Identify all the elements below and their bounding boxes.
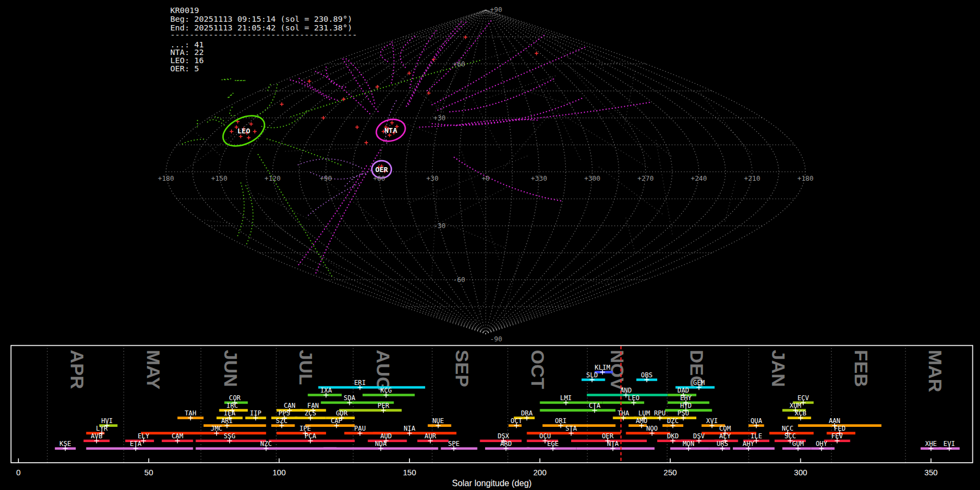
meteor-trail-NTA xyxy=(299,164,368,265)
shower-label-PSU: PSU xyxy=(677,409,689,417)
shower-label-KCG: KCG xyxy=(380,387,391,394)
shower-label-DZC: DZC xyxy=(667,417,678,425)
shower-label-SSG: SSG xyxy=(224,432,235,440)
shower-label-EGE: EGE xyxy=(547,440,559,448)
shower-label-MON: MON xyxy=(683,440,694,448)
meteor-trail-sporadic xyxy=(430,28,482,122)
shower-label-PPS: PPS xyxy=(279,409,290,417)
meteor-trail-sporadic xyxy=(432,187,437,279)
grid-meridian xyxy=(486,10,805,334)
lat-label: -90 xyxy=(490,335,502,343)
meteor-trail-NTA xyxy=(316,71,371,114)
shower-label-ILE: ILE xyxy=(750,432,762,440)
shower-label-CAP: CAP xyxy=(330,417,342,425)
shower-label-IEA: IEA xyxy=(224,409,235,417)
meteor-trail-LEO xyxy=(222,79,231,80)
grid-meridian xyxy=(486,10,646,334)
shower-label-TAH: TAH xyxy=(185,409,196,417)
shower-label-IPE: IPE xyxy=(299,425,311,432)
radiant-point xyxy=(535,52,538,56)
timeline-content: APRMAYJUNJULAUGSEPOCTNOVDECJANFEBMARKLIM… xyxy=(11,346,972,477)
shower-label-OCT: OCT xyxy=(511,417,522,425)
shower-label-LYR: LYR xyxy=(96,425,108,432)
meteor-trail-sporadic xyxy=(504,117,547,168)
shower-label-DKD: DKD xyxy=(667,432,678,440)
meteor-trail-sporadic xyxy=(310,72,317,74)
shower-label-OCU: OCU xyxy=(540,432,551,440)
x-tick-label: 300 xyxy=(794,468,807,477)
grid-meridian xyxy=(379,10,486,334)
shower-label-PCA: PCA xyxy=(304,432,316,440)
radiant-point xyxy=(427,91,431,95)
shower-label-URS: URS xyxy=(716,440,728,448)
meteor-trail-sporadic xyxy=(196,133,219,155)
shower-label-ARD: ARD xyxy=(500,440,512,448)
grid-meridian xyxy=(246,10,486,334)
shower-label-AUR: AUR xyxy=(425,432,437,440)
shower-label-IRC: IRC xyxy=(226,402,238,409)
shower-label-CTA: CTA xyxy=(589,402,601,409)
shower-label-ETA: ETA xyxy=(130,440,142,448)
lon-label: +90 xyxy=(320,174,332,182)
shower-label-LMI: LMI xyxy=(560,394,572,402)
radiant-point xyxy=(464,35,468,39)
shower-label-NOO: NOO xyxy=(646,425,658,432)
shower-label-NIA: NIA xyxy=(403,425,415,432)
radiant-activity-plot: LEONTAOER +180+150+120+90+60+30+0+330+30… xyxy=(0,0,980,490)
shower-label-ALY: ALY xyxy=(719,432,731,440)
lon-label: +150 xyxy=(211,174,228,182)
meteor-trail-LEO xyxy=(182,139,206,144)
x-tick-label: 250 xyxy=(664,468,677,477)
lat-label: -60 xyxy=(453,275,465,284)
meteor-trail-OER xyxy=(345,174,368,186)
sky-map: LEONTAOER +180+150+120+90+60+30+0+330+30… xyxy=(158,5,813,343)
meteor-trail-NTA xyxy=(431,35,544,105)
radiant-point xyxy=(239,134,243,138)
shower-label-STA: STA xyxy=(565,425,577,432)
shower-label-SCC: SCC xyxy=(785,432,796,440)
meteor-trail-LEO xyxy=(230,107,236,116)
lat-label: +60 xyxy=(453,60,465,68)
shower-label-IIP: IIP xyxy=(250,409,261,417)
shower-label-XUM: XUM xyxy=(789,402,801,409)
shower-label-SZC: SZC xyxy=(276,417,287,425)
meteor-trail-sporadic xyxy=(471,96,500,150)
begin-time-line: Beg: 20251113 09:15:14 (sol = 230.89°) xyxy=(170,14,352,23)
meteor-trail-NTA xyxy=(455,120,537,126)
radiant-label-NTA: NTA xyxy=(384,126,397,134)
shower-label-AND: AND xyxy=(620,387,632,394)
x-tick-label: 350 xyxy=(924,468,938,477)
shower-label-SPE: SPE xyxy=(448,440,460,448)
shower-label-CAM: CAM xyxy=(171,432,183,440)
shower-label-FEV: FEV xyxy=(831,432,843,440)
radiant-point xyxy=(253,130,257,133)
sky-labels: +180+150+120+90+60+30+0+330+300+270+240+… xyxy=(158,5,813,343)
meteor-trail-NTA xyxy=(449,79,553,112)
lon-label: +180 xyxy=(158,174,174,182)
meteor-trail-sporadic xyxy=(474,291,489,326)
lat-label: +30 xyxy=(433,114,445,122)
meteor-trail-sporadic xyxy=(380,60,445,113)
shower-label-EVI: EVI xyxy=(944,440,955,448)
month-label: JUL xyxy=(296,350,317,385)
meteor-trail-NTA xyxy=(290,80,330,100)
shower-label-SLD: SLD xyxy=(586,371,598,379)
meteor-trail-sporadic xyxy=(612,108,672,157)
meteor-trail-NTA xyxy=(436,47,585,111)
month-label: AUG xyxy=(373,350,394,391)
shower-label-AMO: AMO xyxy=(636,417,647,425)
meteor-trail-sporadic xyxy=(599,62,623,65)
shower-label-NCC: NCC xyxy=(782,425,793,432)
x-axis-label: Solar longitude (deg) xyxy=(452,479,531,488)
x-tick-label: 150 xyxy=(403,468,416,477)
radiant-point xyxy=(322,116,326,120)
shower-label-RPU: RPU xyxy=(654,409,665,417)
month-label: APR xyxy=(67,350,88,389)
meteor-trail-sporadic xyxy=(552,33,569,58)
shower-label-DSV: DSV xyxy=(693,432,705,440)
radiant-point xyxy=(356,125,359,129)
shower-label-XVI: XVI xyxy=(706,417,718,425)
meteor-trail-sporadic xyxy=(503,256,520,322)
meteor-trail-LEO xyxy=(268,84,271,90)
radiant-point xyxy=(364,141,368,145)
